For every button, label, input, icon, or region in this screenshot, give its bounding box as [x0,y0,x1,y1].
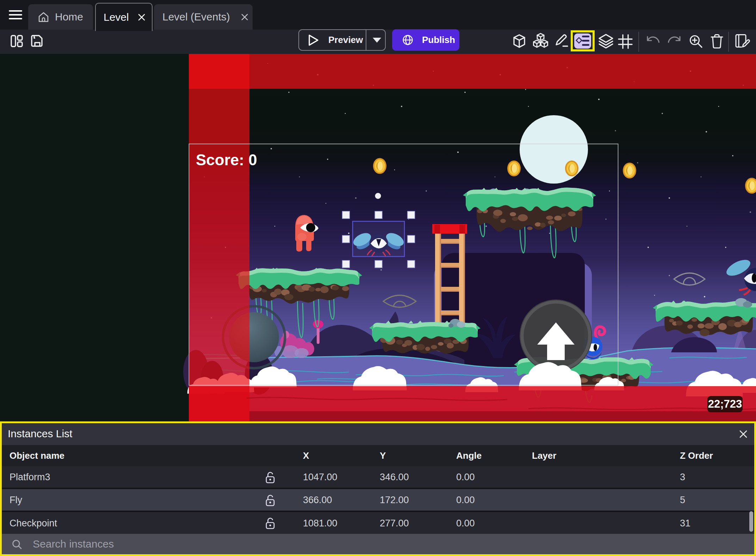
svg-text:22;723: 22;723 [708,398,742,410]
svg-text:Score: 0: Score: 0 [196,151,257,168]
